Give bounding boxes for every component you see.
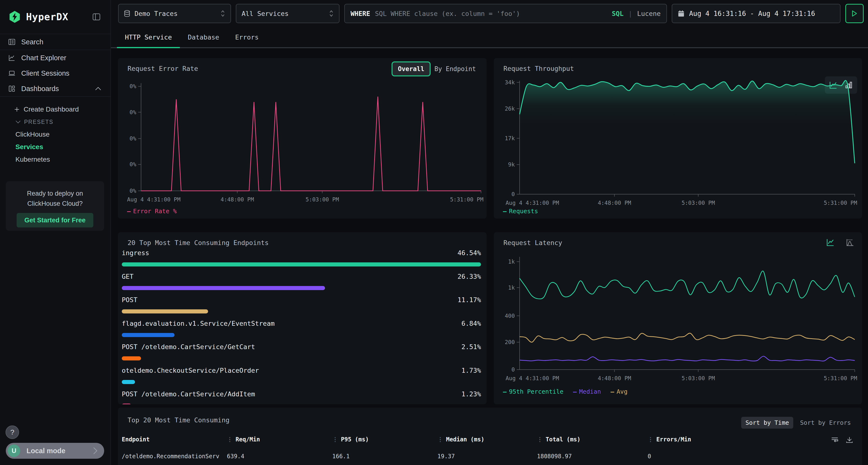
table-column-header[interactable]: ⋮Total (ms) [537, 436, 648, 443]
nav-group-search: Search [0, 34, 111, 50]
sort-by-errors-button[interactable]: Sort by Errors [796, 417, 855, 429]
source-select[interactable]: Demo Traces [118, 4, 231, 23]
where-input[interactable]: WHERE SQL WHERE clause (ex. column = 'fo… [344, 4, 667, 23]
endpoint-bar [122, 356, 141, 360]
column-resize-handle[interactable]: ⋮ [227, 436, 233, 443]
time-range-value: Aug 4 16:31:16 - Aug 4 17:31:16 [689, 10, 815, 18]
sidebar-item-label: Search [21, 38, 43, 46]
table-column-header[interactable]: ⋮P95 (ms) [332, 436, 437, 443]
table-cell: 19.37 [437, 453, 537, 460]
svg-text:0%: 0% [129, 83, 136, 89]
table-column-header[interactable]: Endpoint [122, 436, 227, 443]
panel-request-throughput: Request Throughput 34k26k17k9k0Aug 4 4:3… [494, 58, 862, 219]
table-cell: 166.1 [332, 453, 437, 460]
sidebar-item-services[interactable]: Services [0, 141, 111, 153]
presets-toggle[interactable]: PRESETS [0, 115, 111, 128]
endpoint-label: POST /oteldemo.CartService/AddItem [122, 390, 255, 398]
database-icon [124, 10, 130, 17]
panel-top-endpoints: 20 Top Most Time Consuming Endpoints ing… [118, 232, 487, 404]
topbar: Demo Traces All Services WHERE SQL WHERE… [111, 0, 868, 27]
local-mode-pill[interactable]: U Local mode [6, 443, 104, 459]
tab-database[interactable]: Database [180, 27, 227, 47]
promo-line-1: Ready to deploy on [6, 189, 104, 199]
column-resize-handle[interactable]: ⋮ [537, 436, 543, 443]
error-rate-chart[interactable]: 0%0%0%0%0%Aug 4 4:31:00 PM4:48:00 PM5:03… [118, 58, 487, 207]
svg-text:5:31:00 PM: 5:31:00 PM [824, 375, 857, 381]
endpoint-list-item[interactable]: POST11.17% [122, 296, 481, 318]
table-sort-toggle: Sort by Time Sort by Errors [741, 417, 855, 429]
hyperdx-dashboard: HyperDX Search Chart Explorer [0, 0, 868, 465]
svg-text:0%: 0% [129, 109, 136, 115]
svg-text:0%: 0% [129, 161, 136, 167]
panel-request-error-rate: Request Error Rate Overall By Endpoint 0… [118, 58, 487, 219]
app-title: HyperDX [26, 11, 90, 23]
throughput-chart[interactable]: 34k26k17k9k0Aug 4 4:31:00 PM4:48:00 PM5:… [494, 58, 862, 207]
dashboards-subnav: Create Dashboard PRESETS ClickHouse Serv… [0, 97, 111, 168]
download-icon[interactable] [845, 436, 853, 444]
table-column-header[interactable]: ⋮Req/Min [227, 436, 332, 443]
sidebar-item-label: Client Sessions [21, 69, 69, 77]
table-column-header[interactable]: ⋮Median (ms) [437, 436, 537, 443]
endpoint-list-item[interactable]: flagd.evaluation.v1.Service/EventStream6… [122, 320, 481, 341]
error-rate-legend: —Error Rate % [127, 208, 177, 215]
table-cell: 0 [648, 453, 828, 460]
endpoint-list-item[interactable]: POST /oteldemo.CartService/GetCart2.51% [122, 343, 481, 365]
table-column-header[interactable]: ⋮Errors/Min [648, 436, 828, 443]
language-toggle-lucene[interactable]: Lucene [637, 10, 661, 18]
svg-text:5:31:00 PM: 5:31:00 PM [824, 200, 857, 206]
sidebar-item-dashboards[interactable]: Dashboards [0, 81, 111, 96]
svg-text:0: 0 [512, 191, 515, 197]
column-resize-handle[interactable]: ⋮ [648, 436, 653, 443]
language-toggle-sql[interactable]: SQL [612, 10, 623, 18]
table-settings-icon[interactable] [831, 436, 839, 444]
latency-chart[interactable]: 1k1k4002000Aug 4 4:31:00 PM4:48:00 PM5:0… [494, 232, 862, 387]
endpoint-list-item[interactable]: POST /oteldemo.CartService/AddItem1.23% [122, 390, 481, 404]
sidebar-item-chart-explorer[interactable]: Chart Explorer [0, 50, 111, 66]
endpoint-bar [122, 380, 135, 384]
local-mode-label: Local mode [27, 447, 93, 455]
select-chevrons-icon [220, 10, 225, 18]
endpoint-percentage: 11.17% [457, 296, 481, 304]
run-query-button[interactable] [845, 4, 864, 23]
endpoint-bar [122, 404, 131, 404]
svg-text:5:03:00 PM: 5:03:00 PM [682, 375, 715, 381]
get-started-button[interactable]: Get Started for Free [17, 213, 93, 227]
where-placeholder: SQL WHERE clause (ex. column = 'foo') [375, 10, 607, 18]
table-cell: /oteldemo.RecommendationServ [122, 453, 227, 460]
tab-errors[interactable]: Errors [227, 27, 267, 47]
calendar-icon [678, 10, 684, 17]
svg-text:0: 0 [512, 366, 515, 373]
svg-text:Aug 4 4:31:00 PM: Aug 4 4:31:00 PM [506, 375, 559, 381]
create-dashboard-label: Create Dashboard [24, 105, 79, 113]
table-row[interactable]: /oteldemo.RecommendationServ639.4166.119… [122, 453, 828, 460]
column-resize-handle[interactable]: ⋮ [437, 436, 443, 443]
sidebar-item-search[interactable]: Search [0, 34, 111, 49]
sidebar-collapse-icon[interactable] [90, 10, 103, 24]
svg-text:5:31:00 PM: 5:31:00 PM [450, 196, 484, 203]
endpoint-bar [122, 262, 481, 266]
endpoint-percentage: 1.73% [462, 367, 481, 374]
plus-icon [14, 106, 20, 112]
endpoint-list-item[interactable]: GET26.33% [122, 273, 481, 294]
tab-http-service[interactable]: HTTP Service [117, 27, 180, 47]
endpoint-list-item[interactable]: ingress46.54% [122, 249, 481, 271]
dashboards-icon [8, 85, 16, 92]
user-avatar: U [8, 444, 20, 457]
endpoint-percentage: 46.54% [457, 249, 481, 257]
endpoint-bar [122, 333, 175, 337]
service-select[interactable]: All Services [236, 4, 340, 23]
sidebar-item-client-sessions[interactable]: Client Sessions [0, 66, 111, 81]
language-toggle-divider: | [628, 10, 632, 18]
sidebar-item-clickhouse[interactable]: ClickHouse [0, 128, 111, 141]
help-button[interactable]: ? [5, 426, 19, 439]
sort-by-time-button[interactable]: Sort by Time [741, 417, 794, 429]
play-icon [851, 10, 858, 17]
svg-text:1k: 1k [508, 259, 515, 265]
time-range-picker[interactable]: Aug 4 16:31:16 - Aug 4 17:31:16 [672, 4, 840, 23]
endpoint-list-item[interactable]: oteldemo.CheckoutService/PlaceOrder1.73% [122, 367, 481, 388]
panel-title: 20 Top Most Time Consuming Endpoints [128, 239, 269, 246]
column-resize-handle[interactable]: ⋮ [332, 436, 338, 443]
create-dashboard-button[interactable]: Create Dashboard [0, 103, 111, 115]
panel-top-time-consuming-table: Top 20 Most Time Consuming Sort by Time … [118, 408, 862, 465]
sidebar-item-kubernetes[interactable]: Kubernetes [0, 153, 111, 166]
